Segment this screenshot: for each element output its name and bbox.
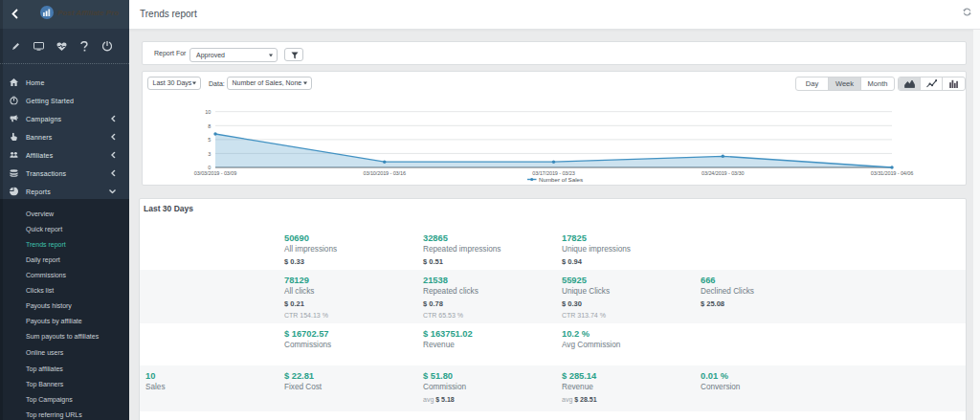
svg-text:10: 10 bbox=[205, 109, 211, 115]
svg-text:5: 5 bbox=[208, 137, 211, 143]
svg-text:Number of Sales: Number of Sales bbox=[539, 176, 583, 183]
svg-text:03/24/2019 - 03/30: 03/24/2019 - 03/30 bbox=[702, 170, 744, 176]
svg-text:03/03/2019 - 03/09: 03/03/2019 - 03/09 bbox=[194, 170, 236, 176]
svg-text:03/31/2019 - 04/06: 03/31/2019 - 04/06 bbox=[871, 170, 913, 176]
svg-text:03/10/2019 - 03/16: 03/10/2019 - 03/16 bbox=[364, 170, 406, 176]
svg-text:03/17/2019 - 03/23: 03/17/2019 - 03/23 bbox=[532, 170, 574, 176]
svg-text:8: 8 bbox=[208, 123, 211, 129]
svg-text:3: 3 bbox=[208, 151, 211, 157]
